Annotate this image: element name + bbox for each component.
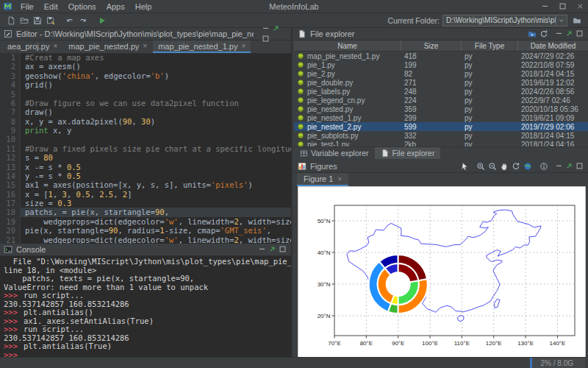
- figures-icon: [298, 162, 306, 171]
- column-header-size[interactable]: Size: [401, 40, 462, 51]
- minimize-button[interactable]: [257, 244, 267, 253]
- file-row[interactable]: pie_nested_2.py599py2019/7/29 02:06: [294, 122, 588, 131]
- tab-close-icon[interactable]: ×: [241, 42, 245, 50]
- map-pie-figure: 70°E80°E90°E100°E110°E120°E130°E140°E20°…: [298, 187, 585, 358]
- zoom-in-button[interactable]: [475, 161, 487, 171]
- identify-button[interactable]: [538, 161, 550, 171]
- browse-folder-button[interactable]: [570, 15, 584, 26]
- file-size: 224: [401, 96, 462, 105]
- maximize-button[interactable]: [261, 34, 271, 43]
- minimize-button[interactable]: [261, 24, 271, 33]
- file-row[interactable]: pie_legend_cn.py224py2022/9/7 02:46: [294, 96, 588, 105]
- minimize-button[interactable]: [553, 161, 564, 170]
- console-output[interactable]: File "D:\Working\MIScript\Jython\mis\plo…: [0, 255, 291, 358]
- code-line: 8x, y = ax.data2pixel(90, 30): [0, 117, 291, 126]
- maximize-button[interactable]: [277, 244, 287, 253]
- float-button[interactable]: [564, 29, 574, 38]
- window-minimize-button[interactable]: [539, 2, 550, 11]
- file-explorer-title: File explorer: [310, 29, 355, 38]
- float-button[interactable]: [271, 24, 282, 33]
- file-name: pie_double.py: [307, 79, 353, 87]
- console-prompt: >>>: [4, 316, 18, 325]
- float-button[interactable]: [267, 244, 277, 253]
- memory-indicator[interactable]: 2% / 8.0G: [530, 358, 585, 368]
- code-editor[interactable]: 1#Creat a map axes2ax = axesm()3geoshow(…: [0, 53, 291, 244]
- file-type: py: [462, 123, 518, 131]
- editor-tab-aea_proj.py[interactable]: aea_proj.py×: [2, 40, 62, 53]
- window-close-button[interactable]: [575, 2, 585, 11]
- editor-tab-map_pie_nested_1.py[interactable]: map_pie_nested_1.py×: [153, 40, 251, 53]
- refresh-icon: [539, 29, 548, 38]
- file-row[interactable]: pie_subplots.py332py2018/1/24 04:15: [294, 131, 588, 140]
- file-date: 2024/2/26 08:56: [518, 88, 588, 96]
- zoom-out-button[interactable]: [487, 161, 498, 171]
- redo-icon: [79, 16, 87, 25]
- cursor-button[interactable]: [459, 161, 470, 171]
- open-current-folder-button[interactable]: [526, 29, 538, 39]
- chevron-down-icon[interactable]: [556, 15, 567, 26]
- maximize-button[interactable]: [574, 161, 584, 170]
- undo-button[interactable]: [63, 15, 76, 26]
- editor-tab-map_pie_nested.py[interactable]: map_pie_nested.py×: [63, 40, 152, 53]
- new-file-icon: [7, 16, 15, 25]
- menu-help[interactable]: Help: [130, 2, 157, 11]
- file-row[interactable]: pie_1.py199py2022/10/8 07:59: [294, 60, 588, 69]
- maximize-button[interactable]: [574, 29, 584, 38]
- tab-close-icon[interactable]: ×: [337, 175, 342, 183]
- save-all-button[interactable]: [44, 15, 57, 26]
- redo-button[interactable]: [76, 15, 90, 26]
- menu-options[interactable]: Options: [63, 2, 101, 11]
- tab-label: map_pie_nested.py: [68, 42, 139, 51]
- globe-button[interactable]: [522, 161, 534, 171]
- console-prompt: >>>: [4, 342, 18, 350]
- pan-button[interactable]: [498, 161, 510, 171]
- menu-apps[interactable]: Apps: [101, 2, 130, 11]
- python-file-icon: [297, 88, 304, 95]
- line-number: 4: [0, 80, 20, 89]
- tab-label: aea_proj.py: [7, 42, 50, 51]
- explorer-bottom-tabs: Variable explorerFile explorer: [294, 146, 588, 159]
- panel-tab-variable-explorer[interactable]: Variable explorer: [294, 147, 375, 159]
- new-file-button[interactable]: [4, 15, 18, 26]
- column-header-date-modified[interactable]: Date Modified: [518, 40, 588, 51]
- python-file-icon: [297, 123, 304, 130]
- menu-file[interactable]: File: [15, 2, 39, 11]
- save-button[interactable]: [31, 15, 44, 26]
- console-icon: [4, 245, 12, 254]
- minimize-button[interactable]: [553, 29, 564, 38]
- current-folder-combobox[interactable]: D:\Working\MIScript\Jython\mis\plot_type…: [442, 15, 567, 26]
- line-number: 6: [0, 99, 20, 107]
- rotate-button[interactable]: [510, 161, 522, 171]
- figure-tab-label: Figure 1: [304, 174, 333, 183]
- figure-tab[interactable]: Figure 1×: [297, 173, 348, 186]
- save-icon: [33, 16, 42, 25]
- console-prompt: >>>: [4, 308, 18, 316]
- file-row[interactable]: pie_nested_1.py299py2019/6/21 09:09: [294, 113, 588, 122]
- line-number: 17: [0, 199, 20, 208]
- tab-close-icon[interactable]: ×: [143, 42, 147, 50]
- file-row[interactable]: map_pie_nested_1.py418py2024/7/29 02:26: [294, 52, 588, 60]
- line-number: 3: [0, 71, 20, 80]
- file-type: py: [462, 105, 518, 113]
- console-window-buttons: [257, 244, 287, 255]
- line-number: 16: [0, 190, 20, 199]
- code-line: 2ax = axesm(): [0, 62, 291, 71]
- refresh-button[interactable]: [538, 29, 550, 39]
- run-button[interactable]: [96, 15, 109, 26]
- file-row[interactable]: pie_nested.py359py2020/10/18 05:36: [294, 105, 588, 113]
- line-number: 18: [0, 208, 20, 216]
- float-button[interactable]: [564, 161, 574, 170]
- file-row[interactable]: pie_2.py82py2018/1/24 04:15: [294, 69, 588, 78]
- tab-close-icon[interactable]: ×: [54, 42, 58, 50]
- file-row[interactable]: pie_labels.py248py2024/2/26 08:56: [294, 87, 588, 96]
- window-maximize-button[interactable]: [557, 2, 567, 11]
- figure-canvas[interactable]: 70°E80°E90°E100°E110°E120°E130°E140°E20°…: [298, 186, 586, 358]
- column-header-file-type[interactable]: File Type: [462, 40, 518, 51]
- column-header-name[interactable]: Name: [294, 40, 401, 51]
- panel-tab-file-explorer[interactable]: File explorer: [375, 147, 441, 159]
- python-file-icon: [297, 61, 304, 68]
- open-folder-button[interactable]: [18, 15, 31, 26]
- file-row[interactable]: pie_double.py271py2019/6/19 12:02: [294, 78, 588, 87]
- menu-edit[interactable]: Edit: [39, 2, 63, 11]
- undo-icon: [65, 16, 74, 25]
